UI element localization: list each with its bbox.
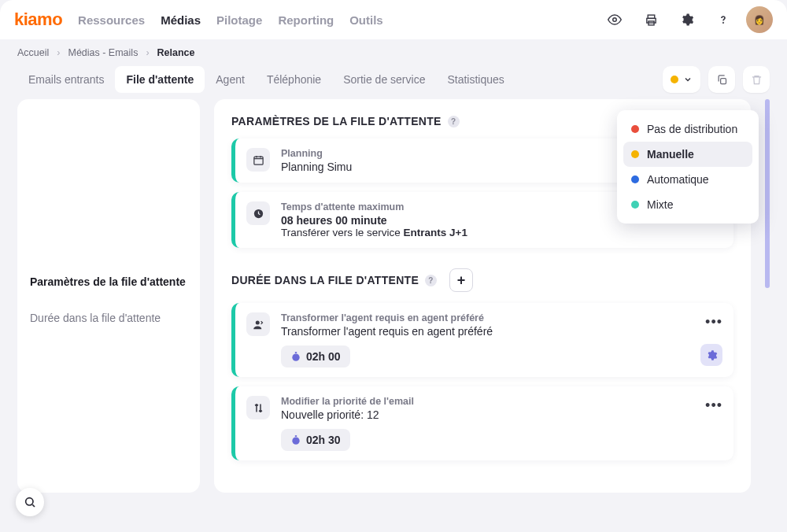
tabs-row: Emails entrants File d'attente Agent Tél…	[0, 66, 787, 99]
status-dot-icon	[631, 175, 639, 183]
add-button[interactable]: +	[449, 268, 473, 292]
status-dot-icon	[631, 125, 639, 133]
help-icon[interactable]	[710, 6, 737, 33]
card-value: Transformer l'agent requis en agent préf…	[281, 325, 722, 338]
user-avatar[interactable]: 👩	[746, 6, 773, 33]
topbar: kiamo Ressources Médias Pilotage Reporti…	[0, 0, 787, 39]
tab-file-attente[interactable]: File d'attente	[115, 66, 205, 93]
card-label: Modifier la priorité de l'email	[281, 396, 722, 407]
svg-rect-5	[720, 78, 726, 83]
svg-rect-6	[253, 157, 262, 164]
section-title-text: PARAMÈTRES DE LA FILE D'ATTENTE	[231, 115, 442, 127]
scrollbar-thumb[interactable]	[765, 99, 770, 288]
nav-ressources[interactable]: Ressources	[78, 13, 145, 27]
crumb-medias-emails[interactable]: Médias - Emails	[68, 47, 138, 58]
card-modifier-priorite[interactable]: Modifier la priorité de l'email Nouvelle…	[231, 386, 733, 460]
svg-point-9	[292, 354, 299, 361]
search-icon	[24, 496, 36, 508]
tab-telephonie[interactable]: Téléphonie	[256, 66, 332, 93]
dd-option-manuelle[interactable]: Manuelle	[623, 142, 752, 167]
nav-pilotage[interactable]: Pilotage	[216, 13, 262, 27]
svg-rect-12	[295, 435, 297, 437]
sidebar-item-parametres[interactable]: Paramètres de la file d'attente	[30, 271, 187, 293]
delete-button[interactable]	[743, 66, 770, 93]
status-dot-icon	[631, 150, 639, 158]
chevron-right-icon: ›	[146, 47, 149, 58]
dd-option-automatique[interactable]: Automatique	[623, 167, 752, 192]
dd-label: Automatique	[647, 173, 709, 186]
search-fab[interactable]	[16, 488, 44, 516]
main-nav: Ressources Médias Pilotage Reporting Out…	[78, 13, 383, 27]
dd-label: Mixte	[647, 198, 673, 211]
distribution-status-button[interactable]	[663, 66, 700, 93]
logo: kiamo	[14, 9, 62, 30]
svg-point-13	[26, 498, 33, 505]
time-value: 02h 30	[306, 434, 341, 446]
tabs: Emails entrants File d'attente Agent Tél…	[17, 66, 515, 93]
svg-point-0	[613, 18, 617, 22]
nav-medias[interactable]: Médias	[161, 13, 201, 27]
print-icon[interactable]	[637, 6, 664, 33]
sidebar-item-duree[interactable]: Durée dans la file d'attente	[30, 307, 187, 329]
dd-label: Manuelle	[647, 148, 694, 161]
left-sidebar: Paramètres de la file d'attente Durée da…	[17, 99, 200, 493]
card-menu-button[interactable]: •••	[705, 397, 722, 414]
time-chip: 02h 30	[281, 429, 350, 451]
svg-rect-10	[295, 352, 297, 353]
distribution-dropdown: Pas de distribution Manuelle Automatique…	[617, 110, 759, 224]
nav-outils[interactable]: Outils	[349, 13, 383, 27]
card-label: Transformer l'agent requis en agent préf…	[281, 312, 722, 323]
dd-option-mixte[interactable]: Mixte	[623, 192, 752, 217]
svg-point-4	[723, 23, 724, 24]
card-menu-button[interactable]: •••	[705, 314, 722, 331]
time-value: 02h 00	[306, 350, 341, 363]
svg-point-11	[292, 438, 299, 445]
copy-button[interactable]	[708, 66, 735, 93]
settings-icon[interactable]	[674, 6, 700, 33]
card-value: Nouvelle priorité: 12	[281, 408, 722, 421]
svg-point-8	[255, 320, 259, 324]
chevron-down-icon	[683, 75, 693, 84]
tab-statistiques[interactable]: Statistiques	[436, 66, 515, 93]
nav-reporting[interactable]: Reporting	[278, 13, 334, 27]
card-settings-button[interactable]	[700, 344, 722, 366]
section-title-text: DURÉE DANS LA FILE D'ATTENTE	[231, 274, 419, 286]
stopwatch-icon	[290, 434, 301, 445]
clock-icon	[246, 201, 270, 225]
priority-icon	[246, 396, 270, 419]
stopwatch-icon	[290, 351, 301, 362]
time-chip: 02h 00	[281, 345, 350, 368]
tab-emails-entrants[interactable]: Emails entrants	[17, 66, 115, 93]
card-transformer-agent[interactable]: Transformer l'agent requis en agent préf…	[231, 303, 733, 377]
visibility-icon[interactable]	[601, 6, 628, 33]
breadcrumb: Accueil › Médias - Emails › Relance	[0, 39, 787, 66]
calendar-icon	[246, 148, 270, 172]
section-title-duree: DURÉE DANS LA FILE D'ATTENTE ? +	[231, 268, 733, 292]
agent-icon	[246, 312, 270, 336]
scrollbar[interactable]	[765, 99, 770, 493]
card-subtext: Transférer vers le service Entrants J+1	[281, 227, 722, 238]
crumb-accueil[interactable]: Accueil	[17, 47, 49, 58]
crumb-relance: Relance	[157, 47, 195, 58]
topbar-actions: 👩	[601, 6, 773, 33]
dd-option-pas-distribution[interactable]: Pas de distribution	[623, 116, 752, 142]
help-icon[interactable]: ?	[448, 116, 460, 127]
status-dot-icon	[631, 201, 639, 209]
tab-agent[interactable]: Agent	[205, 66, 256, 93]
dd-label: Pas de distribution	[647, 123, 737, 135]
tab-sortie-service[interactable]: Sortie de service	[332, 66, 436, 93]
help-icon[interactable]: ?	[425, 275, 437, 286]
chevron-right-icon: ›	[57, 47, 60, 58]
status-dot-icon	[671, 76, 678, 83]
